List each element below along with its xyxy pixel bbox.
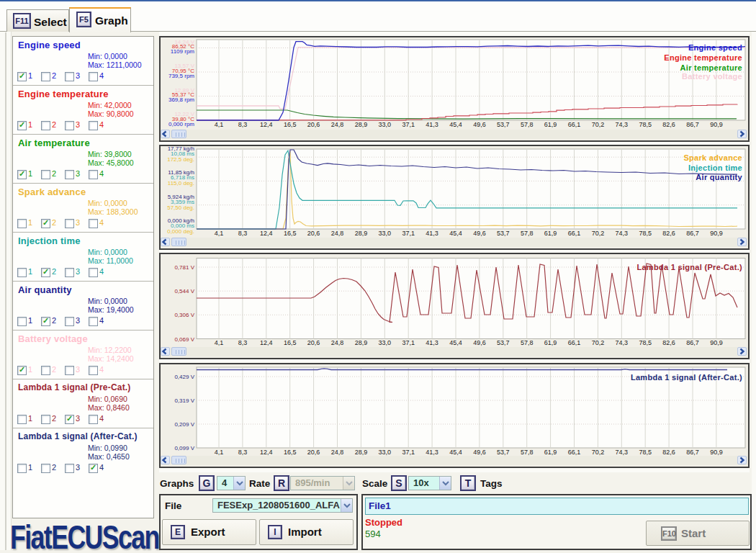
svg-text:78,5: 78,5	[639, 339, 652, 346]
svg-text:37,1: 37,1	[402, 339, 415, 346]
svg-text:66,1: 66,1	[568, 121, 581, 128]
svg-text:Engine speed: Engine speed	[688, 43, 742, 52]
svg-text:61,9: 61,9	[544, 339, 557, 346]
svg-text:Engine temperature: Engine temperature	[664, 53, 742, 62]
svg-text:24,8: 24,8	[331, 121, 344, 128]
svg-text:Lambda 1 signal (After-Cat.): Lambda 1 signal (After-Cat.)	[631, 373, 742, 382]
svg-text:28,9: 28,9	[355, 449, 368, 456]
svg-text:28,9: 28,9	[355, 339, 368, 346]
svg-text:66,1: 66,1	[568, 230, 581, 237]
svg-text:49,6: 49,6	[473, 339, 486, 346]
svg-text:78,5: 78,5	[639, 449, 652, 456]
svg-text:1109 rpm: 1109 rpm	[171, 48, 195, 55]
svg-text:16,5: 16,5	[284, 339, 297, 346]
svg-text:33,0: 33,0	[379, 449, 392, 456]
svg-text:70,2: 70,2	[592, 121, 605, 128]
svg-text:0,429 V: 0,429 V	[174, 374, 194, 380]
svg-text:37,1: 37,1	[402, 449, 415, 456]
svg-text:57,8: 57,8	[521, 449, 534, 456]
svg-text:86,7: 86,7	[686, 339, 699, 346]
svg-text:28,9: 28,9	[355, 230, 368, 237]
svg-text:57,8: 57,8	[521, 121, 534, 128]
svg-text:12,4: 12,4	[260, 230, 273, 237]
svg-text:57,8: 57,8	[521, 230, 534, 237]
svg-text:70,2: 70,2	[592, 449, 605, 456]
svg-text:86,7: 86,7	[686, 121, 699, 128]
svg-text:53,7: 53,7	[497, 230, 510, 237]
svg-text:49,6: 49,6	[473, 230, 486, 237]
svg-text:20,6: 20,6	[307, 230, 320, 237]
svg-text:41,3: 41,3	[426, 449, 438, 456]
svg-text:90,9: 90,9	[710, 339, 723, 346]
svg-text:45,4: 45,4	[449, 339, 462, 346]
svg-text:45,4: 45,4	[449, 449, 462, 456]
svg-text:33,0: 33,0	[379, 230, 392, 237]
svg-text:66,1: 66,1	[568, 449, 581, 456]
svg-text:53,7: 53,7	[497, 121, 510, 128]
svg-text:16,5: 16,5	[284, 121, 297, 128]
svg-text:8,3: 8,3	[238, 121, 248, 128]
svg-text:86,7: 86,7	[686, 449, 699, 456]
svg-text:0,000 deg.: 0,000 deg.	[167, 228, 194, 235]
svg-text:Air temperature: Air temperature	[680, 63, 742, 72]
svg-text:61,9: 61,9	[544, 121, 557, 128]
svg-text:70,2: 70,2	[592, 339, 605, 346]
svg-text:61,9: 61,9	[544, 449, 557, 456]
svg-text:24,8: 24,8	[331, 230, 344, 237]
svg-text:4,1: 4,1	[215, 339, 224, 346]
svg-text:74,3: 74,3	[616, 339, 629, 346]
svg-text:0,544 V: 0,544 V	[174, 288, 194, 295]
svg-text:12,4: 12,4	[260, 339, 273, 346]
svg-text:739,5 rpm: 739,5 rpm	[168, 73, 194, 79]
svg-text:0,000 rpm: 0,000 rpm	[168, 121, 194, 127]
svg-text:Air quantity: Air quantity	[696, 173, 742, 181]
svg-text:0,209 V: 0,209 V	[174, 421, 194, 428]
svg-text:74,3: 74,3	[616, 449, 629, 456]
svg-text:8,3: 8,3	[238, 339, 248, 346]
svg-text:82,6: 82,6	[662, 230, 675, 237]
svg-text:0,306 V: 0,306 V	[174, 312, 194, 318]
svg-text:Injection time: Injection time	[688, 163, 742, 172]
svg-text:90,9: 90,9	[710, 230, 723, 237]
svg-text:66,1: 66,1	[568, 339, 581, 346]
svg-text:70,2: 70,2	[592, 230, 605, 237]
svg-text:20,6: 20,6	[307, 121, 320, 128]
svg-text:61,9: 61,9	[544, 230, 557, 237]
svg-text:41,3: 41,3	[426, 121, 438, 128]
svg-text:4,1: 4,1	[215, 449, 224, 456]
svg-text:37,1: 37,1	[402, 121, 415, 128]
svg-text:4,1: 4,1	[215, 121, 224, 128]
svg-text:0,099 V: 0,099 V	[174, 445, 194, 451]
svg-text:24,8: 24,8	[331, 339, 344, 346]
svg-text:45,4: 45,4	[449, 121, 462, 128]
svg-text:28,9: 28,9	[355, 121, 368, 128]
svg-text:24,8: 24,8	[331, 449, 344, 456]
svg-text:82,6: 82,6	[662, 121, 675, 128]
svg-text:74,3: 74,3	[616, 230, 629, 237]
svg-text:74,3: 74,3	[616, 121, 629, 128]
svg-text:37,1: 37,1	[402, 230, 415, 237]
svg-text:0,069 V: 0,069 V	[174, 336, 194, 343]
svg-text:78,5: 78,5	[639, 121, 652, 128]
svg-text:16,5: 16,5	[284, 230, 297, 237]
svg-text:33,0: 33,0	[379, 339, 392, 346]
svg-text:Spark advance: Spark advance	[683, 153, 742, 162]
svg-text:78,5: 78,5	[639, 230, 652, 237]
svg-text:53,7: 53,7	[497, 339, 510, 346]
svg-text:57,50 deg.: 57,50 deg.	[167, 204, 194, 211]
svg-text:172,5 deg.: 172,5 deg.	[167, 156, 194, 163]
svg-text:49,6: 49,6	[473, 121, 486, 128]
svg-text:16,5: 16,5	[284, 449, 297, 456]
svg-text:33,0: 33,0	[379, 121, 392, 128]
svg-text:Battery voltage: Battery voltage	[682, 72, 742, 81]
svg-text:0,781 V: 0,781 V	[174, 264, 194, 271]
svg-text:0,319 V: 0,319 V	[174, 397, 194, 404]
svg-text:12,4: 12,4	[260, 121, 273, 128]
svg-text:41,3: 41,3	[426, 230, 438, 237]
svg-text:20,6: 20,6	[307, 339, 320, 346]
svg-text:369,8 rpm: 369,8 rpm	[168, 96, 194, 103]
svg-text:41,3: 41,3	[426, 339, 438, 346]
svg-text:49,6: 49,6	[473, 449, 486, 456]
svg-text:86,7: 86,7	[686, 230, 699, 237]
svg-text:8,3: 8,3	[238, 449, 248, 456]
